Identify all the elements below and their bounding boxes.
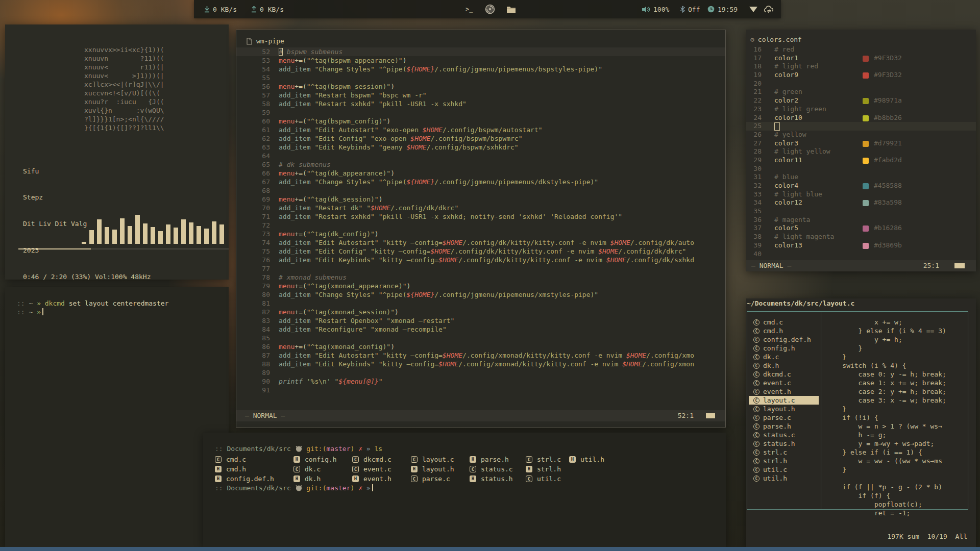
text-segment xyxy=(366,135,371,142)
file-list-item[interactable]: Cstatus.h xyxy=(749,439,819,448)
text-segment: "Change Styles" xyxy=(314,65,374,73)
text-segment: /.config/xmonad/kitty/kitty.conf -e nvim xyxy=(462,352,626,359)
text-segment: git:( xyxy=(303,484,327,492)
bottom-terminal-window[interactable]: :: Documents/dk/src git:(master) ✗ » lsC… xyxy=(203,433,726,547)
line-number: 38 xyxy=(746,233,762,241)
line-number: 32 xyxy=(746,182,762,190)
line-number: 60 xyxy=(236,117,279,126)
file-list-item[interactable]: Clayout.c xyxy=(749,396,819,405)
visualizer-bar xyxy=(105,227,109,244)
colors-filename: colors.conf xyxy=(758,36,802,43)
line-number: 63 xyxy=(236,143,279,152)
text-segment: /.config/dk/dkrc" xyxy=(618,247,686,255)
h-file-icon: H xyxy=(293,456,300,463)
editor-line: 53menu+=("^tag(bspwm_appearance)") xyxy=(236,56,725,65)
text-segment: "^tag(bspwm_config)" xyxy=(307,117,387,125)
volume-module[interactable]: 100% xyxy=(642,0,669,18)
text-segment: add_item xyxy=(279,91,311,99)
line-number: 86 xyxy=(236,342,279,351)
text-segment: /.config/dk/sxhkd xyxy=(626,256,694,264)
file-list-item[interactable]: Ccmd.h xyxy=(749,327,819,335)
line-number: 69 xyxy=(236,195,279,204)
editor-line: 82menu+=("^tag(xmonad_session)") xyxy=(236,308,725,316)
file-list-item[interactable]: Cdk.c xyxy=(749,353,819,361)
browser-launcher[interactable] xyxy=(485,0,495,18)
editor-line: 75add_item "Edit Config" "kitty —config=… xyxy=(236,247,725,256)
progress-bar-track[interactable] xyxy=(91,248,229,249)
c-source-icon: C xyxy=(753,406,760,412)
line-number: 30 xyxy=(746,165,762,173)
comment-text: # light blue xyxy=(774,190,822,199)
file-list-item[interactable]: Cutil.h xyxy=(749,474,819,483)
line-number: 91 xyxy=(236,386,279,394)
editor-line: 86menu+=("^tag(xmonad_config)") xyxy=(236,342,725,351)
bluetooth-module[interactable]: Off xyxy=(680,0,700,18)
file-icon xyxy=(247,38,252,45)
color-swatch xyxy=(863,226,869,232)
upload-icon xyxy=(251,6,257,13)
editor-line: 64 xyxy=(236,152,725,160)
files-launcher[interactable] xyxy=(506,0,516,18)
file-list-item[interactable]: Ccmd.c xyxy=(749,318,819,327)
editor-line: 70add_item "Restart dk" "$HOME/.config/d… xyxy=(236,204,725,212)
file-name: parse.h xyxy=(763,422,791,430)
colors-statusline: — NORMAL — 25:1 xyxy=(746,260,976,271)
ls-file-name: cmd.h xyxy=(226,465,246,473)
file-list-item[interactable]: Cdkcmd.c xyxy=(749,370,819,379)
file-list-item[interactable]: Cparse.h xyxy=(749,422,819,431)
c-file-icon: C xyxy=(526,456,532,463)
preview-code-line: } xyxy=(826,405,846,413)
comment-text: # green xyxy=(774,88,802,96)
c-file-icon: C xyxy=(352,456,359,463)
file-list-item[interactable]: Clayout.h xyxy=(749,405,819,413)
file-list-item[interactable]: Cparse.c xyxy=(749,413,819,422)
preview-code-line: case 3: x -= w; break; xyxy=(826,396,946,405)
line-number: 81 xyxy=(236,299,279,308)
file-list-item[interactable]: Cstatus.c xyxy=(749,431,819,439)
line-number: 34 xyxy=(746,198,762,207)
line-number: 23 xyxy=(746,105,762,114)
text-segment: ✗ xyxy=(354,445,362,453)
text-segment: $HOME xyxy=(406,143,426,151)
text-segment: "bspc wm -r" xyxy=(379,91,427,99)
h-file-icon: H xyxy=(411,466,418,472)
text-segment: "kitty —config= xyxy=(383,352,443,359)
file-browser-window[interactable]: ~/Documents/dk/src/layout.c Ccmd.cCcmd.h… xyxy=(746,298,976,547)
sync-module[interactable] xyxy=(764,0,775,18)
editor-window[interactable]: wm-pipe 52# bspwm submenus53menu+=("^tag… xyxy=(236,30,726,428)
file-list-item[interactable]: Cevent.c xyxy=(749,379,819,387)
progress-bar-filled[interactable] xyxy=(18,248,91,249)
code-text: add_item "Restart sxhkd" "pkill -USR1 -x… xyxy=(279,99,467,108)
file-list-item[interactable]: Cconfig.def.h xyxy=(749,335,819,344)
text-segment: menu xyxy=(279,195,295,203)
file-list-item[interactable]: Cconfig.h xyxy=(749,344,819,353)
file-list-item[interactable]: Cstrl.h xyxy=(749,457,819,465)
left-terminal-window[interactable]: :: ~ » dkcmd set layout centeredmaster::… xyxy=(5,287,229,547)
clock-module[interactable]: 19:59 xyxy=(707,0,738,18)
file-list-item[interactable]: Cevent.h xyxy=(749,387,819,396)
colors-conf-window[interactable]: ⚙ colors.conf 16# red17color1#9F3D3218# … xyxy=(746,30,976,271)
file-list-item[interactable]: Cutil.c xyxy=(749,465,819,474)
net-upload-value: 0 KB/s xyxy=(260,6,284,13)
folder-icon xyxy=(506,6,516,13)
text-segment: ) xyxy=(406,282,410,290)
line-number: 72 xyxy=(236,221,279,230)
h-file-icon: H xyxy=(293,475,300,482)
h-file-icon: H xyxy=(215,475,222,482)
file-list-item[interactable]: Cstrl.c xyxy=(749,448,819,457)
wifi-module[interactable] xyxy=(749,0,757,18)
file-list-item[interactable]: Cdk.h xyxy=(749,361,819,370)
c-source-icon: C xyxy=(753,363,760,369)
volume-value: 100% xyxy=(653,6,669,13)
ls-file-name: status.c xyxy=(481,465,513,473)
line-number: 89 xyxy=(236,368,279,377)
wifi-icon xyxy=(749,7,757,12)
visualizer-bar xyxy=(82,242,86,244)
color-hex-value: #83a598 xyxy=(874,198,902,207)
colors-line: 37color5#b16286 xyxy=(746,224,976,233)
c-source-icon: C xyxy=(753,380,760,386)
line-number: 67 xyxy=(236,178,279,186)
terminal-launcher[interactable]: >_ xyxy=(465,0,473,18)
colors-line: 36# magenta xyxy=(746,216,976,224)
ls-file-entry: Hconfig.def.h xyxy=(215,475,274,483)
